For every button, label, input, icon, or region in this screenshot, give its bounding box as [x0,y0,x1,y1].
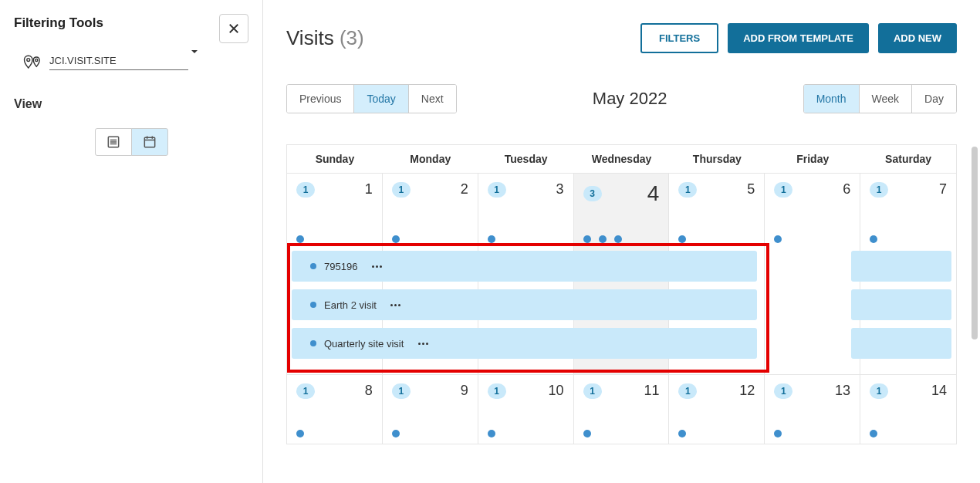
filters-button[interactable]: FILTERS [640,23,718,53]
dot-icon [870,235,877,243]
dow-header: Tuesday [478,145,574,174]
day-number: 12 [739,383,755,399]
close-icon [227,22,241,35]
main-content: Visits (3) FILTERS ADD FROM TEMPLATE ADD… [263,0,980,483]
sidebar: Filtering Tools JCI.VISIT.SITE View [0,0,262,483]
day-cell[interactable]: 114 [860,375,956,444]
event-item[interactable]: Earth 2 visit [292,289,757,320]
day-number: 8 [365,383,373,399]
svg-point-0 [27,59,30,62]
dot-icon [774,235,782,243]
dot-icon [583,430,591,437]
visit-count-badge: 1 [774,383,792,399]
event-dots [870,235,947,243]
month-view-button[interactable]: Month [804,85,859,113]
day-cell[interactable]: 110 [478,375,574,444]
event-menu-icon[interactable] [416,343,430,345]
filtering-tools-title: Filtering Tools [14,15,248,31]
calendar-nav: Previous Today Next [286,84,457,113]
event-dots [296,235,373,243]
view-label: View [14,97,248,111]
event-bar: Earth 2 visit [292,289,951,320]
event-label: Quarterly site visit [324,338,404,350]
dot-icon [870,430,877,437]
site-selector[interactable]: JCI.VISIT.SITE [22,54,248,71]
event-dot-icon [310,263,316,269]
day-cell[interactable]: 113 [765,375,860,444]
event-item-continuation[interactable] [851,251,951,282]
event-item-continuation[interactable] [851,289,951,320]
day-number: 10 [549,383,564,399]
visit-count-badge: 1 [870,383,888,399]
list-view-button[interactable] [95,128,132,156]
day-cell[interactable]: 111 [574,375,670,444]
dot-icon [296,235,304,243]
event-item[interactable]: 795196 [292,251,757,282]
week-view-button[interactable]: Week [859,85,912,113]
event-dots [392,430,468,437]
day-cell[interactable]: 19 [383,375,478,444]
event-dots [774,235,850,243]
dot-icon [678,235,686,243]
visit-count-badge: 1 [870,182,888,198]
event-dot-icon [310,302,316,308]
day-cell[interactable]: 18 [287,375,383,444]
day-number: 4 [647,181,660,206]
day-number: 9 [461,383,468,399]
map-pin-icon [22,54,43,71]
event-item-continuation[interactable] [851,328,951,359]
close-button[interactable] [219,14,248,43]
visit-count-badge: 1 [774,182,792,198]
visit-count-badge: 1 [392,383,411,399]
event-dots [583,430,660,437]
event-label: 795196 [324,261,357,272]
dot-icon [774,430,782,437]
caret-down-icon [190,47,199,56]
dot-icon [614,235,622,243]
page-title: Visits (3) [286,26,364,50]
visit-count-badge: 3 [583,186,602,201]
previous-button[interactable]: Previous [287,85,353,113]
visit-count-badge: 1 [678,383,697,399]
next-button[interactable]: Next [408,85,456,113]
visit-count-badge: 1 [296,383,315,399]
svg-rect-6 [144,137,154,147]
day-cell[interactable]: 112 [669,375,765,444]
event-item[interactable]: Quarterly site visit [292,328,757,359]
day-number: 6 [843,181,850,198]
day-number: 13 [835,383,850,399]
dot-icon [488,430,495,437]
day-number: 1 [365,181,373,198]
day-view-button[interactable]: Day [911,85,956,113]
svg-point-1 [35,59,38,61]
dot-icon [392,430,400,437]
event-menu-icon[interactable] [370,265,384,268]
event-dots [678,430,755,437]
event-dots [583,235,660,243]
scrollbar[interactable] [972,147,978,339]
event-label: Earth 2 visit [324,299,377,311]
dow-header: Wednesday [574,145,670,174]
event-bar: Quarterly site visit [292,328,951,359]
dot-icon [678,430,686,437]
page-title-count: (3) [340,26,364,49]
dot-icon [392,235,400,243]
calendar-grid: Sunday Monday Tuesday Wednesday Thursday… [286,144,957,444]
add-from-template-button[interactable]: ADD FROM TEMPLATE [728,23,869,53]
day-number: 3 [556,181,564,198]
day-number: 11 [644,383,659,399]
add-new-button[interactable]: ADD NEW [878,23,957,53]
page-title-text: Visits [286,26,334,49]
dot-icon [583,235,591,243]
dot-icon [488,235,495,243]
today-button[interactable]: Today [353,85,407,113]
event-bar: 795196 [292,251,951,282]
dow-header: Friday [765,145,860,174]
view-toggle [14,128,248,156]
visit-count-badge: 1 [678,182,697,198]
event-dots [870,430,947,437]
event-menu-icon[interactable] [389,304,403,306]
calendar-view-button[interactable] [131,128,168,156]
dow-header: Thursday [669,145,765,174]
event-dots [488,430,564,437]
